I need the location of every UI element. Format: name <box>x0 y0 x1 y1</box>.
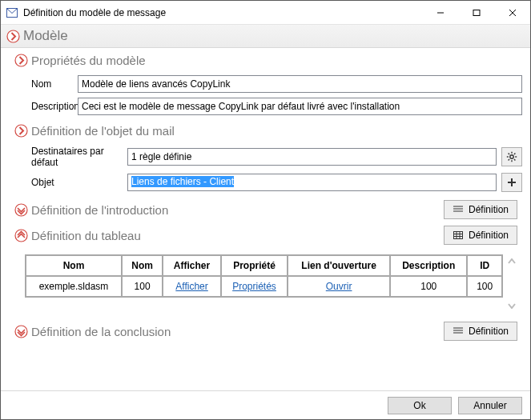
close-button[interactable] <box>494 1 530 24</box>
section-main: Modèle <box>1 25 530 48</box>
label-recipients: Destinataires par défaut <box>31 146 127 168</box>
svg-rect-24 <box>453 232 462 239</box>
chevron-right-icon[interactable] <box>6 29 20 43</box>
chevron-right-icon[interactable] <box>14 53 28 67</box>
section-table-label: Définition du tableau <box>31 229 141 242</box>
td-desc: 100 <box>390 276 467 297</box>
mail-icon <box>6 6 18 19</box>
table-scrollbar[interactable] <box>505 254 519 312</box>
settings-button[interactable] <box>501 147 522 166</box>
scroll-down-icon[interactable] <box>508 299 516 312</box>
definition-table-label: Définition <box>469 230 509 241</box>
section-intro: Définition de l'introduction Définition <box>9 197 522 222</box>
svg-point-7 <box>15 125 27 137</box>
data-table: Nom Nom Afficher Propriété Lien d'ouvert… <box>25 254 503 298</box>
row-objet: Objet Liens de fichiers - Client <box>31 173 522 192</box>
section-props: Propriétés du modèle <box>9 50 522 70</box>
table-header-row: Nom Nom Afficher Propriété Lien d'ouvert… <box>26 255 502 276</box>
th-3: Propriété <box>221 255 288 276</box>
row-recipients: Destinataires par défaut 1 règle définie <box>31 146 522 168</box>
definition-conclusion-label: Définition <box>469 326 509 337</box>
table-container: Nom Nom Afficher Propriété Lien d'ouvert… <box>25 254 519 312</box>
svg-line-13 <box>509 154 509 154</box>
link-ouvrir[interactable]: Ouvrir <box>326 281 352 292</box>
chevron-up-icon[interactable] <box>14 228 28 242</box>
svg-line-14 <box>514 159 515 160</box>
link-afficher[interactable]: Afficher <box>175 281 207 292</box>
section-conclusion-label: Définition de la conclusion <box>31 325 171 338</box>
svg-point-6 <box>15 54 27 66</box>
titlebar: Définition du modèle de message <box>1 1 530 25</box>
row-description: Description <box>31 98 522 115</box>
section-props-label: Propriétés du modèle <box>31 54 146 67</box>
section-table: Définition du tableau Définition <box>9 222 522 248</box>
chevron-down-icon[interactable] <box>14 324 28 338</box>
props-content: Nom Description <box>9 75 522 115</box>
th-2: Afficher <box>163 255 221 276</box>
window: Définition du modèle de message Modèle P… <box>0 0 531 420</box>
svg-point-8 <box>510 155 513 158</box>
minimize-button[interactable] <box>422 1 458 24</box>
definition-intro-button[interactable]: Définition <box>444 200 517 219</box>
plus-icon <box>507 178 517 187</box>
add-button[interactable] <box>501 173 522 192</box>
td-ouvrir: Ouvrir <box>288 276 390 297</box>
svg-line-16 <box>509 159 509 160</box>
td-nom2: 100 <box>122 276 163 297</box>
body: Propriétés du modèle Nom Description Déf… <box>1 48 530 390</box>
recipients-value: 1 règle définie <box>127 148 497 166</box>
section-maildef: Définition de l'objet du mail <box>9 120 522 141</box>
td-propriete: Propriétés <box>221 276 288 297</box>
description-input[interactable] <box>78 98 522 115</box>
section-intro-label: Définition de l'introduction <box>31 203 168 217</box>
nom-input[interactable] <box>78 75 522 93</box>
definition-conclusion-button[interactable]: Définition <box>444 322 517 341</box>
definition-table-button[interactable]: Définition <box>444 226 517 245</box>
svg-rect-2 <box>473 10 480 15</box>
maximize-button[interactable] <box>458 1 494 24</box>
td-nom: exemple.sldasm <box>26 276 122 297</box>
footer: Ok Annuler <box>1 390 530 419</box>
table-row: exemple.sldasm 100 Afficher Propriétés O… <box>26 276 502 297</box>
th-4: Lien d'ouverture <box>288 255 390 276</box>
objet-input[interactable]: Liens de fichiers - Client <box>127 174 497 191</box>
label-nom: Nom <box>31 78 78 90</box>
th-1: Nom <box>122 255 163 276</box>
th-0: Nom <box>26 255 122 276</box>
gear-icon <box>506 151 517 162</box>
table-icon <box>453 230 464 241</box>
link-propriete[interactable]: Propriétés <box>232 281 276 292</box>
window-title: Définition du modèle de message <box>23 7 422 18</box>
section-maildef-label: Définition de l'objet du mail <box>31 124 175 138</box>
svg-line-15 <box>514 154 515 154</box>
row-nom: Nom <box>31 75 522 93</box>
cancel-button[interactable]: Annuler <box>458 397 522 414</box>
label-objet: Objet <box>31 177 127 188</box>
chevron-right-icon[interactable] <box>14 123 28 138</box>
td-id: 100 <box>467 276 502 297</box>
svg-point-5 <box>7 30 19 42</box>
ok-button[interactable]: Ok <box>388 397 452 414</box>
th-5: Description <box>390 255 467 276</box>
td-afficher: Afficher <box>163 276 221 297</box>
th-6: ID <box>467 255 502 276</box>
definition-intro-label: Définition <box>469 204 509 215</box>
chevron-down-icon[interactable] <box>14 202 28 217</box>
lines-icon <box>453 326 464 337</box>
scroll-up-icon[interactable] <box>508 254 516 267</box>
section-conclusion: Définition de la conclusion Définition <box>9 318 522 344</box>
objet-text: Liens de fichiers - Client <box>131 176 234 187</box>
label-description: Description <box>31 101 78 112</box>
lines-icon <box>453 204 464 215</box>
maildef-content: Destinataires par défaut 1 règle définie… <box>9 146 522 192</box>
section-main-label: Modèle <box>23 28 68 44</box>
